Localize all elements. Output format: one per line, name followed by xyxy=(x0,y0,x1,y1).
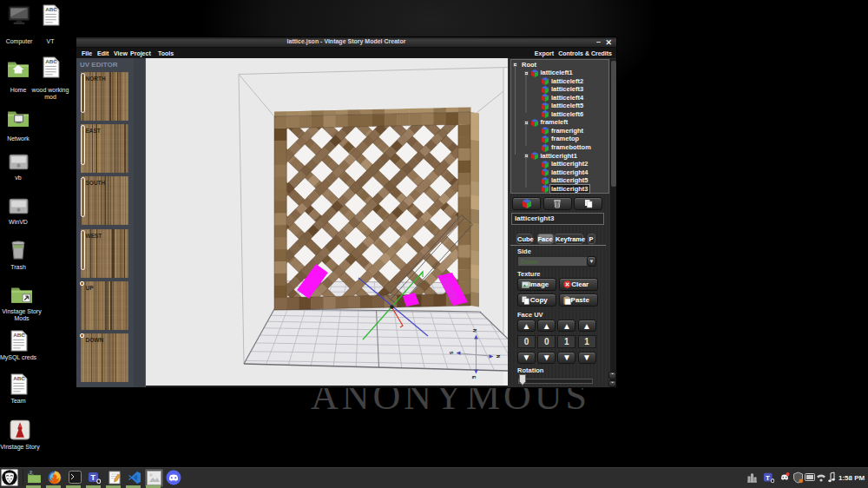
svg-text:T: T xyxy=(91,473,96,482)
svg-text:N: N xyxy=(472,329,477,333)
svg-text:2: 2 xyxy=(30,471,32,475)
svg-text:ABC: ABC xyxy=(45,6,57,12)
svg-text:ABC: ABC xyxy=(13,332,25,338)
svg-text:ABC: ABC xyxy=(13,375,25,381)
svg-text:T: T xyxy=(766,474,770,482)
svg-text:N: N xyxy=(496,355,501,359)
svg-text:ABC: ABC xyxy=(45,58,57,64)
